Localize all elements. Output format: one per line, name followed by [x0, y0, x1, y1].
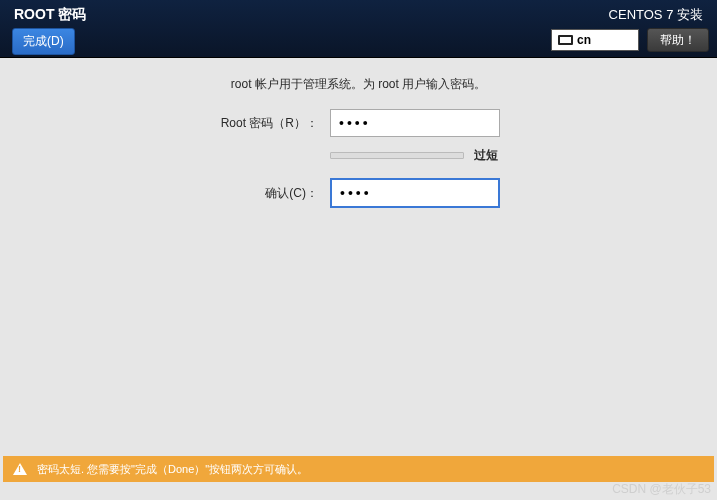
help-button[interactable]: 帮助！: [647, 28, 709, 52]
strength-label: 过短: [474, 147, 498, 164]
password-label: Root 密码（R）：: [20, 115, 330, 132]
warning-bar: 密码太短. 您需要按"完成（Done）"按钮两次方可确认。: [3, 456, 714, 482]
header-left: ROOT 密码 完成(D): [8, 4, 86, 55]
confirm-password-input[interactable]: [330, 178, 500, 208]
keyboard-layout-text: cn: [577, 33, 591, 47]
header-bar: ROOT 密码 完成(D) CENTOS 7 安装 cn 帮助！: [0, 0, 717, 58]
watermark: CSDN @老伙子53: [612, 481, 711, 498]
instruction-text: root 帐户用于管理系统。为 root 用户输入密码。: [20, 76, 697, 93]
confirm-row: 确认(C)：: [20, 178, 697, 208]
content-area: root 帐户用于管理系统。为 root 用户输入密码。 Root 密码（R）：…: [0, 58, 717, 236]
keyboard-layout-indicator[interactable]: cn: [551, 29, 639, 51]
done-button[interactable]: 完成(D): [12, 28, 75, 55]
keyboard-icon: [558, 35, 573, 45]
password-strength-row: 过短: [20, 147, 697, 164]
strength-meter: [330, 152, 464, 159]
password-row: Root 密码（R）：: [20, 109, 697, 137]
root-password-input[interactable]: [330, 109, 500, 137]
page-title: ROOT 密码: [8, 4, 86, 24]
warning-message: 密码太短. 您需要按"完成（Done）"按钮两次方可确认。: [37, 462, 308, 477]
installer-title: CENTOS 7 安装: [609, 4, 709, 24]
header-controls: cn 帮助！: [551, 28, 709, 52]
header-right: CENTOS 7 安装 cn 帮助！: [551, 4, 709, 52]
confirm-label: 确认(C)：: [20, 185, 330, 202]
warning-icon: [13, 463, 27, 475]
